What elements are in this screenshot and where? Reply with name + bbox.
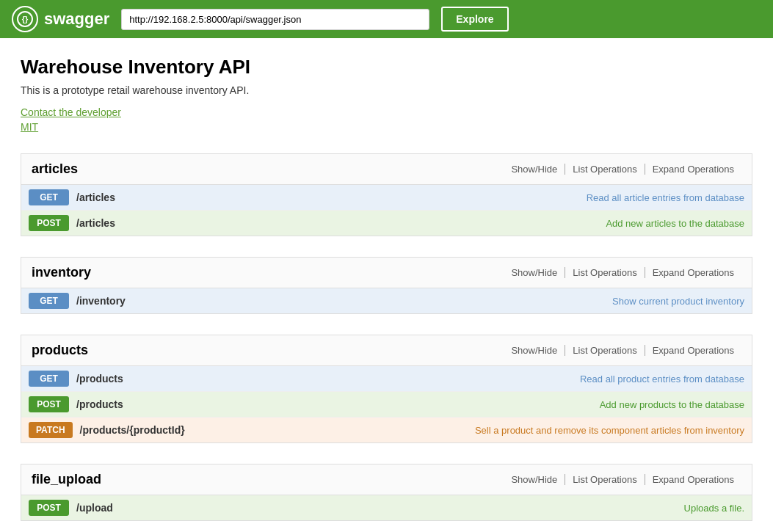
operation-row[interactable]: GET/articlesRead all article entries fro… xyxy=(21,185,752,211)
explore-button[interactable]: Explore xyxy=(441,7,508,32)
resource-name-products: products xyxy=(32,343,88,358)
operation-path: /products/{productId} xyxy=(80,424,468,436)
operation-row[interactable]: GET/inventoryShow current product invent… xyxy=(21,288,752,313)
resource-actions-file_upload: Show/HideList OperationsExpand Operation… xyxy=(504,474,741,485)
method-badge-get: GET xyxy=(29,293,69,309)
swagger-logo-icon: {} xyxy=(12,6,38,32)
main-content: Warehouse Inventory API This is a protot… xyxy=(0,38,773,532)
resource-action-articles-2[interactable]: Expand Operations xyxy=(645,164,741,175)
resource-action-articles-0[interactable]: Show/Hide xyxy=(504,164,565,175)
operation-path: /articles xyxy=(76,192,579,203)
method-badge-post: POST xyxy=(29,215,69,231)
resource-actions-articles: Show/HideList OperationsExpand Operation… xyxy=(504,164,741,175)
api-title: Warehouse Inventory API xyxy=(21,56,752,79)
license-link[interactable]: MIT xyxy=(21,121,752,133)
swagger-brand-label: swagger xyxy=(44,10,109,29)
method-badge-post: POST xyxy=(29,500,69,516)
operation-path: /articles xyxy=(76,217,598,229)
resource-actions-products: Show/HideList OperationsExpand Operation… xyxy=(504,345,741,356)
operation-row[interactable]: GET/productsRead all product entries fro… xyxy=(21,366,752,392)
app-header: {} swagger Explore xyxy=(0,0,773,38)
contact-developer-link[interactable]: Contact the developer xyxy=(21,106,752,118)
method-badge-post: POST xyxy=(29,396,69,412)
method-badge-get: GET xyxy=(29,189,69,205)
resource-action-file_upload-0[interactable]: Show/Hide xyxy=(504,474,565,485)
operation-row[interactable]: POST/productsAdd new products to the dat… xyxy=(21,392,752,418)
resources-container: articlesShow/HideList OperationsExpand O… xyxy=(21,153,752,521)
resource-action-inventory-1[interactable]: List Operations xyxy=(565,267,645,278)
method-badge-get: GET xyxy=(29,371,69,387)
resource-header-inventory: inventoryShow/HideList OperationsExpand … xyxy=(21,258,752,288)
resource-actions-inventory: Show/HideList OperationsExpand Operation… xyxy=(504,267,741,278)
operation-description: Add new products to the database xyxy=(600,399,744,410)
resource-action-file_upload-1[interactable]: List Operations xyxy=(565,474,645,485)
resource-name-inventory: inventory xyxy=(32,265,91,280)
resource-header-articles: articlesShow/HideList OperationsExpand O… xyxy=(21,154,752,185)
operation-description: Uploads a file. xyxy=(684,503,744,514)
operation-description: Sell a product and remove its component … xyxy=(475,425,744,436)
operation-path: /products xyxy=(76,373,573,385)
resource-action-products-2[interactable]: Expand Operations xyxy=(645,345,741,356)
operation-row[interactable]: POST/uploadUploads a file. xyxy=(21,495,752,520)
resource-name-file_upload: file_upload xyxy=(32,472,101,487)
resource-action-articles-1[interactable]: List Operations xyxy=(565,164,645,175)
operation-row[interactable]: POST/articlesAdd new articles to the dat… xyxy=(21,211,752,236)
resource-header-file_upload: file_uploadShow/HideList OperationsExpan… xyxy=(21,464,752,495)
operation-description: Read all article entries from database xyxy=(587,192,744,203)
resource-name-articles: articles xyxy=(32,161,78,177)
method-badge-patch: PATCH xyxy=(29,422,73,438)
operation-description: Add new articles to the database xyxy=(606,218,744,229)
resource-section-products: productsShow/HideList OperationsExpand O… xyxy=(21,335,752,443)
svg-text:{}: {} xyxy=(22,15,29,23)
resource-section-file_upload: file_uploadShow/HideList OperationsExpan… xyxy=(21,464,752,521)
operation-description: Read all product entries from database xyxy=(580,374,744,385)
resource-action-inventory-0[interactable]: Show/Hide xyxy=(504,267,565,278)
operation-path: /inventory xyxy=(76,295,605,307)
resource-action-inventory-2[interactable]: Expand Operations xyxy=(645,267,741,278)
resource-action-products-1[interactable]: List Operations xyxy=(565,345,645,356)
resource-action-products-0[interactable]: Show/Hide xyxy=(504,345,565,356)
resource-section-inventory: inventoryShow/HideList OperationsExpand … xyxy=(21,257,752,314)
api-url-input[interactable] xyxy=(121,9,429,30)
resource-action-file_upload-2[interactable]: Expand Operations xyxy=(645,474,741,485)
operation-path: /products xyxy=(76,398,592,410)
resource-header-products: productsShow/HideList OperationsExpand O… xyxy=(21,335,752,366)
operation-description: Show current product inventory xyxy=(612,296,744,307)
operation-row[interactable]: PATCH/products/{productId}Sell a product… xyxy=(21,418,752,442)
api-description: This is a prototype retail warehouse inv… xyxy=(21,84,752,96)
operation-path: /upload xyxy=(76,502,677,514)
logo-container: {} swagger xyxy=(12,6,109,32)
resource-section-articles: articlesShow/HideList OperationsExpand O… xyxy=(21,153,752,236)
